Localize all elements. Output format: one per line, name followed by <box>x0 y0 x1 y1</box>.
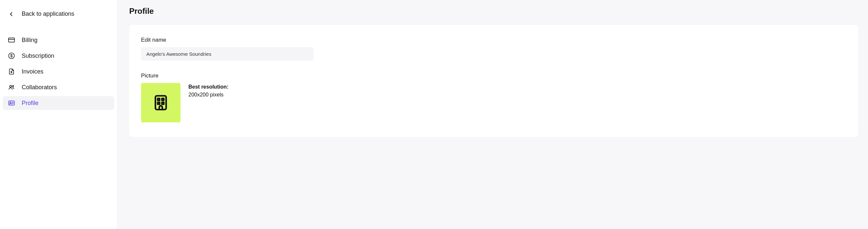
svg-rect-14 <box>158 102 160 104</box>
id-card-icon <box>8 100 15 107</box>
picture-label: Picture <box>141 73 846 79</box>
picture-info: Best resolution: 200x200 pixels <box>188 83 228 99</box>
sidebar-item-label: Invoices <box>22 68 43 75</box>
main-content: Profile Edit name Picture Best resolutio… <box>117 0 868 229</box>
svg-rect-15 <box>162 102 164 104</box>
best-resolution-value: 200x200 pixels <box>188 91 228 99</box>
svg-point-6 <box>12 85 13 87</box>
page-title: Profile <box>129 7 858 16</box>
dollar-circle-icon <box>8 52 15 60</box>
svg-rect-13 <box>162 99 164 101</box>
sidebar-item-label: Billing <box>22 37 37 44</box>
best-resolution-label: Best resolution: <box>188 83 228 91</box>
svg-rect-12 <box>158 99 160 101</box>
users-icon <box>8 84 15 91</box>
back-to-applications-link[interactable]: Back to applications <box>3 8 114 20</box>
sidebar: Back to applications Billing Subscriptio… <box>0 0 117 229</box>
building-icon <box>152 93 170 112</box>
sidebar-item-subscription[interactable]: Subscription <box>3 49 114 63</box>
sidebar-item-collaborators[interactable]: Collaborators <box>3 80 114 94</box>
sidebar-item-label: Collaborators <box>22 84 57 91</box>
sidebar-item-label: Profile <box>22 100 38 107</box>
credit-card-icon <box>8 36 15 44</box>
back-link-label: Back to applications <box>22 10 74 17</box>
picture-thumbnail[interactable] <box>141 83 181 122</box>
chevron-left-icon <box>8 11 14 17</box>
picture-row: Best resolution: 200x200 pixels <box>141 83 846 122</box>
edit-name-label: Edit name <box>141 37 846 43</box>
svg-point-8 <box>10 102 11 103</box>
name-input[interactable] <box>141 47 314 61</box>
sidebar-item-billing[interactable]: Billing <box>3 33 114 47</box>
sidebar-item-invoices[interactable]: Invoices <box>3 65 114 78</box>
svg-rect-7 <box>8 101 14 105</box>
invoice-document-icon <box>8 68 15 75</box>
svg-rect-0 <box>8 38 14 42</box>
profile-card: Edit name Picture Best resolution: 200x2… <box>129 25 858 137</box>
svg-point-5 <box>9 85 11 87</box>
sidebar-item-profile[interactable]: Profile <box>3 96 114 110</box>
sidebar-item-label: Subscription <box>22 52 54 60</box>
